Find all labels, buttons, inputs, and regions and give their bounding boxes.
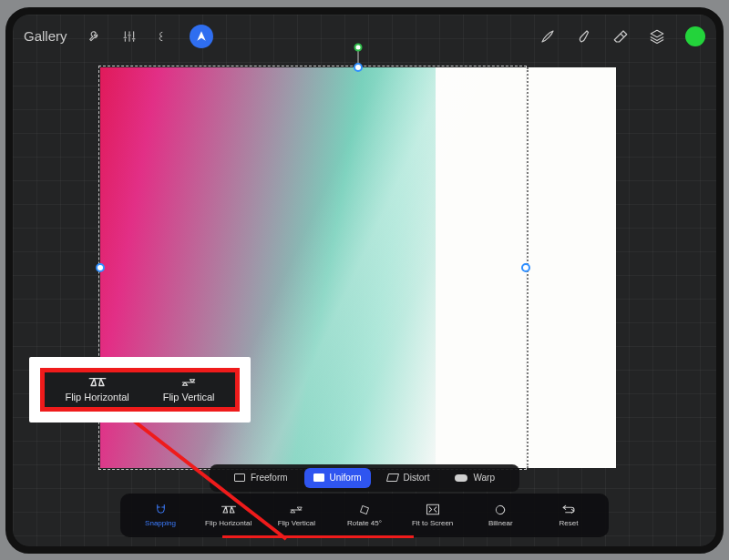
mode-label: Uniform	[330, 473, 362, 483]
action-flip-vertical[interactable]: Flip Vertical	[269, 503, 323, 527]
smudge-icon[interactable]	[576, 28, 592, 45]
handle-top-mid[interactable]	[354, 63, 363, 72]
mode-distort[interactable]: Distort	[378, 468, 439, 488]
freeform-icon	[234, 473, 245, 482]
action-label: Flip Horizontal	[205, 519, 252, 527]
annotation-callout-inner: Flip Horizontal Flip Vertical	[40, 368, 240, 412]
interpolation-icon	[494, 503, 507, 516]
wrench-icon[interactable]	[87, 29, 102, 44]
callout-label: Flip Vertical	[163, 392, 215, 402]
brush-icon[interactable]	[539, 28, 556, 45]
toolbar-right-group	[539, 26, 705, 46]
action-label: Snapping	[145, 519, 176, 527]
mode-label: Freeform	[251, 473, 288, 483]
callout-label: Flip Horizontal	[65, 392, 128, 402]
fit-screen-icon	[426, 503, 440, 516]
action-snapping[interactable]: Snapping	[133, 503, 188, 527]
action-fit-to-screen[interactable]: Fit to Screen	[406, 503, 460, 527]
flip-vertical-icon	[181, 376, 196, 389]
layers-icon[interactable]	[649, 28, 665, 45]
action-flip-horizontal[interactable]: Flip Horizontal	[201, 503, 256, 527]
toolbar-left-group: Gallery	[24, 25, 213, 48]
svg-rect-1	[426, 504, 438, 514]
svg-rect-0	[360, 505, 368, 514]
mode-warp[interactable]: Warp	[446, 468, 504, 488]
eraser-icon[interactable]	[612, 28, 629, 45]
callout-flip-vertical: Flip Vertical	[163, 376, 215, 402]
callout-flip-horizontal: Flip Horizontal	[65, 376, 128, 402]
action-label: Fit to Screen	[412, 519, 453, 527]
annotation-underline	[222, 535, 414, 538]
ipad-frame: Gallery	[5, 7, 724, 554]
top-toolbar: Gallery	[24, 20, 705, 53]
transform-icon[interactable]	[190, 25, 213, 48]
mode-freeform[interactable]: Freeform	[225, 468, 297, 488]
reset-icon	[561, 503, 576, 516]
action-label: Flip Vertical	[278, 519, 315, 527]
adjustments-icon[interactable]	[122, 29, 137, 44]
distort-icon	[385, 473, 398, 482]
action-label: Bilinear	[488, 519, 513, 527]
flip-horizontal-icon	[221, 503, 237, 516]
color-picker-button[interactable]	[685, 26, 705, 46]
warp-icon	[455, 474, 467, 482]
action-rotate-45[interactable]: Rotate 45°	[337, 503, 392, 527]
transform-mode-bar: Freeform Uniform Distort Warp	[210, 464, 519, 492]
action-label: Reset	[559, 519, 578, 527]
app-screen: Gallery	[13, 15, 716, 546]
selection-icon[interactable]	[157, 29, 169, 44]
handle-left-mid[interactable]	[96, 263, 105, 272]
action-reset[interactable]: Reset	[541, 503, 596, 527]
magnet-icon	[154, 503, 168, 516]
action-interpolation[interactable]: Bilinear	[473, 503, 528, 527]
uniform-icon	[313, 473, 324, 482]
transform-action-bar: Snapping Flip Horizontal Flip Vertical R…	[120, 494, 609, 537]
rotate-icon	[358, 503, 371, 516]
mode-label: Warp	[473, 473, 495, 483]
flip-vertical-icon	[290, 503, 303, 516]
action-label: Rotate 45°	[347, 519, 382, 527]
flip-horizontal-icon	[87, 376, 108, 389]
handle-right-mid[interactable]	[521, 263, 530, 272]
gallery-button[interactable]: Gallery	[24, 28, 67, 44]
mode-uniform[interactable]: Uniform	[304, 468, 371, 488]
annotation-callout: Flip Horizontal Flip Vertical	[29, 357, 251, 423]
mode-label: Distort	[404, 473, 430, 483]
